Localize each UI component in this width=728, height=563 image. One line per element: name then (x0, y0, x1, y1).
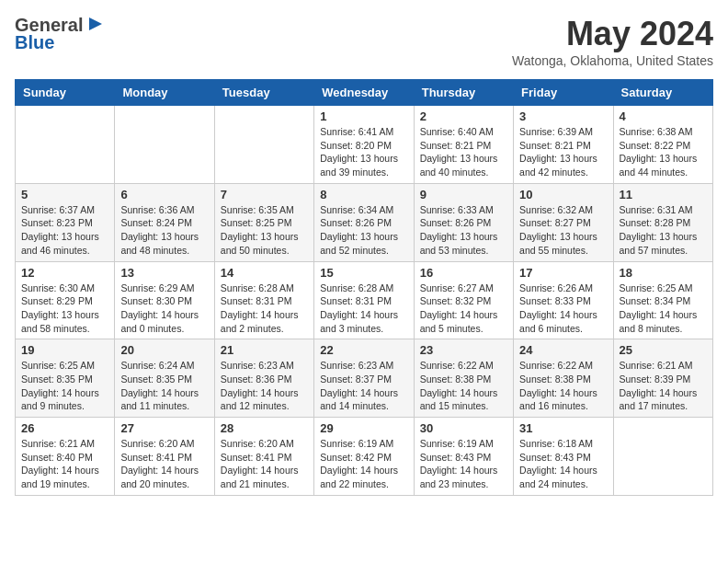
col-header-sunday: Sunday (16, 80, 115, 106)
calendar-week-2: 5Sunrise: 6:37 AMSunset: 8:23 PMDaylight… (16, 183, 713, 261)
day-info: Sunrise: 6:21 AMSunset: 8:39 PMDaylight:… (620, 359, 707, 413)
empty-cell (115, 106, 214, 184)
calendar-day-18: 18Sunrise: 6:25 AMSunset: 8:34 PMDayligh… (613, 261, 712, 339)
calendar-day-19: 19Sunrise: 6:25 AMSunset: 8:35 PMDayligh… (16, 339, 115, 418)
day-number: 28 (221, 421, 308, 435)
day-info: Sunrise: 6:25 AMSunset: 8:34 PMDaylight:… (620, 282, 707, 336)
day-info: Sunrise: 6:31 AMSunset: 8:28 PMDaylight:… (620, 203, 707, 258)
calendar-day-26: 26Sunrise: 6:21 AMSunset: 8:40 PMDayligh… (16, 418, 115, 496)
day-info: Sunrise: 6:21 AMSunset: 8:40 PMDaylight:… (21, 437, 108, 491)
day-info: Sunrise: 6:20 AMSunset: 8:41 PMDaylight:… (221, 437, 308, 491)
day-number: 9 (420, 188, 507, 201)
day-number: 3 (519, 109, 607, 123)
day-number: 11 (620, 188, 707, 201)
col-header-tuesday: Tuesday (214, 80, 313, 106)
day-info: Sunrise: 6:35 AMSunset: 8:25 PMDaylight:… (221, 203, 308, 258)
day-info: Sunrise: 6:22 AMSunset: 8:38 PMDaylight:… (420, 359, 507, 413)
day-info: Sunrise: 6:25 AMSunset: 8:35 PMDaylight:… (21, 359, 108, 413)
day-info: Sunrise: 6:26 AMSunset: 8:33 PMDaylight:… (519, 282, 607, 336)
calendar-day-2: 2Sunrise: 6:40 AMSunset: 8:21 PMDaylight… (414, 106, 513, 184)
calendar-header-row: SundayMondayTuesdayWednesdayThursdayFrid… (16, 80, 713, 106)
day-info: Sunrise: 6:30 AMSunset: 8:29 PMDaylight:… (21, 282, 108, 336)
calendar-day-15: 15Sunrise: 6:28 AMSunset: 8:31 PMDayligh… (314, 261, 414, 339)
calendar-day-24: 24Sunrise: 6:22 AMSunset: 8:38 PMDayligh… (514, 339, 613, 418)
calendar-day-27: 27Sunrise: 6:20 AMSunset: 8:41 PMDayligh… (115, 418, 214, 496)
day-info: Sunrise: 6:23 AMSunset: 8:37 PMDaylight:… (320, 359, 407, 413)
day-info: Sunrise: 6:36 AMSunset: 8:24 PMDaylight:… (120, 203, 208, 258)
day-info: Sunrise: 6:39 AMSunset: 8:21 PMDaylight:… (519, 125, 607, 179)
day-number: 13 (120, 266, 208, 280)
day-number: 14 (221, 266, 308, 280)
day-info: Sunrise: 6:27 AMSunset: 8:32 PMDaylight:… (420, 282, 507, 336)
col-header-friday: Friday (514, 80, 613, 106)
day-number: 30 (420, 421, 507, 435)
calendar-day-12: 12Sunrise: 6:30 AMSunset: 8:29 PMDayligh… (16, 261, 115, 339)
day-number: 7 (221, 188, 308, 201)
calendar-day-8: 8Sunrise: 6:34 AMSunset: 8:26 PMDaylight… (314, 183, 414, 261)
calendar-day-23: 23Sunrise: 6:22 AMSunset: 8:38 PMDayligh… (414, 339, 513, 418)
day-number: 8 (320, 188, 407, 201)
day-info: Sunrise: 6:33 AMSunset: 8:26 PMDaylight:… (420, 203, 507, 258)
calendar-day-16: 16Sunrise: 6:27 AMSunset: 8:32 PMDayligh… (414, 261, 513, 339)
logo-blue-text: Blue (15, 32, 54, 53)
empty-cell (613, 418, 712, 496)
day-number: 26 (21, 421, 108, 435)
page-header: General Blue May 2024 Watonga, Oklahoma,… (15, 15, 713, 68)
day-info: Sunrise: 6:24 AMSunset: 8:35 PMDaylight:… (120, 359, 208, 413)
calendar-day-25: 25Sunrise: 6:21 AMSunset: 8:39 PMDayligh… (613, 339, 712, 418)
logo: General Blue (15, 15, 106, 53)
day-number: 15 (320, 266, 407, 280)
calendar-day-3: 3Sunrise: 6:39 AMSunset: 8:21 PMDaylight… (514, 106, 613, 184)
day-info: Sunrise: 6:40 AMSunset: 8:21 PMDaylight:… (420, 125, 507, 179)
day-info: Sunrise: 6:32 AMSunset: 8:27 PMDaylight:… (519, 203, 607, 258)
day-number: 18 (620, 266, 707, 280)
day-info: Sunrise: 6:38 AMSunset: 8:22 PMDaylight:… (620, 125, 707, 179)
calendar-day-10: 10Sunrise: 6:32 AMSunset: 8:27 PMDayligh… (514, 183, 613, 261)
calendar-day-1: 1Sunrise: 6:41 AMSunset: 8:20 PMDaylight… (314, 106, 414, 184)
calendar-day-6: 6Sunrise: 6:36 AMSunset: 8:24 PMDaylight… (115, 183, 214, 261)
day-info: Sunrise: 6:23 AMSunset: 8:36 PMDaylight:… (221, 359, 308, 413)
calendar-day-21: 21Sunrise: 6:23 AMSunset: 8:36 PMDayligh… (214, 339, 313, 418)
day-number: 10 (519, 188, 607, 201)
calendar-day-30: 30Sunrise: 6:19 AMSunset: 8:43 PMDayligh… (414, 418, 513, 496)
day-number: 31 (519, 421, 607, 435)
day-number: 17 (519, 266, 607, 280)
day-info: Sunrise: 6:29 AMSunset: 8:30 PMDaylight:… (120, 282, 208, 336)
calendar-day-7: 7Sunrise: 6:35 AMSunset: 8:25 PMDaylight… (214, 183, 313, 261)
day-number: 20 (120, 343, 208, 357)
calendar-day-4: 4Sunrise: 6:38 AMSunset: 8:22 PMDaylight… (613, 106, 712, 184)
calendar-week-1: 1Sunrise: 6:41 AMSunset: 8:20 PMDaylight… (16, 106, 713, 184)
calendar-week-3: 12Sunrise: 6:30 AMSunset: 8:29 PMDayligh… (16, 261, 713, 339)
day-number: 4 (620, 109, 707, 123)
calendar-day-22: 22Sunrise: 6:23 AMSunset: 8:37 PMDayligh… (314, 339, 414, 418)
calendar-day-14: 14Sunrise: 6:28 AMSunset: 8:31 PMDayligh… (214, 261, 313, 339)
calendar-day-29: 29Sunrise: 6:19 AMSunset: 8:42 PMDayligh… (314, 418, 414, 496)
title-area: May 2024 Watonga, Oklahoma, United State… (512, 15, 713, 68)
day-number: 29 (320, 421, 407, 435)
location-text: Watonga, Oklahoma, United States (512, 53, 713, 68)
empty-cell (214, 106, 313, 184)
day-number: 2 (420, 109, 507, 123)
day-number: 24 (519, 343, 607, 357)
day-info: Sunrise: 6:19 AMSunset: 8:42 PMDaylight:… (320, 437, 407, 491)
calendar-day-28: 28Sunrise: 6:20 AMSunset: 8:41 PMDayligh… (214, 418, 313, 496)
svg-marker-0 (89, 17, 102, 30)
calendar-day-17: 17Sunrise: 6:26 AMSunset: 8:33 PMDayligh… (514, 261, 613, 339)
day-info: Sunrise: 6:19 AMSunset: 8:43 PMDaylight:… (420, 437, 507, 491)
calendar-day-20: 20Sunrise: 6:24 AMSunset: 8:35 PMDayligh… (115, 339, 214, 418)
day-info: Sunrise: 6:34 AMSunset: 8:26 PMDaylight:… (320, 203, 407, 258)
logo-flag-icon (85, 15, 106, 35)
col-header-saturday: Saturday (613, 80, 712, 106)
col-header-monday: Monday (115, 80, 214, 106)
calendar-day-5: 5Sunrise: 6:37 AMSunset: 8:23 PMDaylight… (16, 183, 115, 261)
day-info: Sunrise: 6:18 AMSunset: 8:43 PMDaylight:… (519, 437, 607, 491)
day-number: 27 (120, 421, 208, 435)
calendar-table: SundayMondayTuesdayWednesdayThursdayFrid… (15, 79, 713, 496)
day-number: 16 (420, 266, 507, 280)
col-header-thursday: Thursday (414, 80, 513, 106)
day-number: 1 (320, 109, 407, 123)
day-info: Sunrise: 6:37 AMSunset: 8:23 PMDaylight:… (21, 203, 108, 258)
day-info: Sunrise: 6:41 AMSunset: 8:20 PMDaylight:… (320, 125, 407, 179)
day-number: 23 (420, 343, 507, 357)
day-info: Sunrise: 6:22 AMSunset: 8:38 PMDaylight:… (519, 359, 607, 413)
